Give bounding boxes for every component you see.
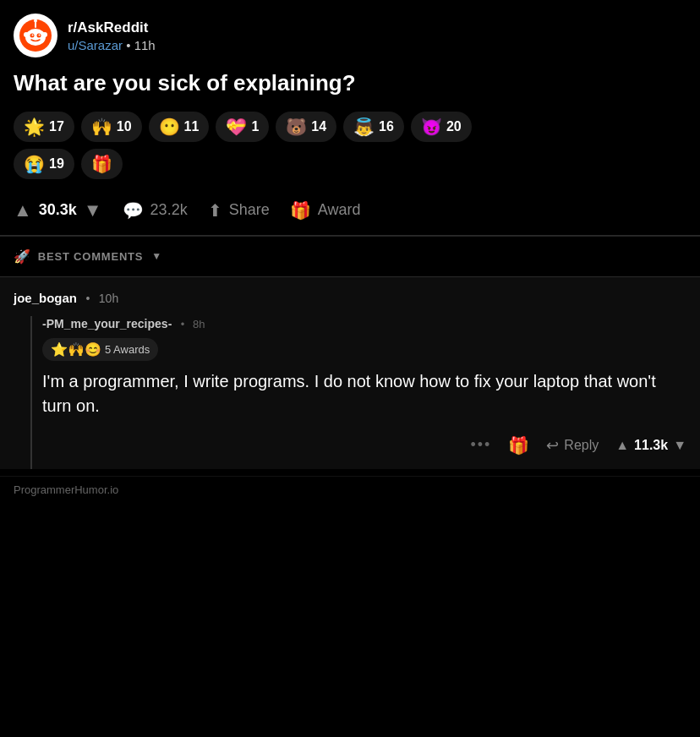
svg-point-5 (39, 35, 41, 36)
share-label: Share (229, 201, 270, 219)
nested-comment: -PM_me_your_recipes- • 8h ⭐🙌😊 5 Awards I… (30, 316, 686, 469)
comment-actions: ••• 🎁 ↩ Reply ▲ 11.3k ▼ (42, 429, 686, 469)
reddit-alien-svg (19, 19, 52, 52)
subreddit-name[interactable]: r/AskReddit (68, 19, 156, 36)
svg-point-4 (32, 35, 34, 36)
site-footer: ProgrammerHumor.io (0, 476, 700, 504)
post-container: r/AskReddit u/Sarazar • 11h What are you… (0, 0, 700, 235)
award-count-8: 19 (49, 156, 64, 172)
nested-separator: • (181, 318, 188, 330)
award-badge-4[interactable]: 💝 1 (216, 112, 269, 142)
nested-awards: ⭐🙌😊 5 Awards (42, 338, 686, 361)
award-emoji-2: 🙌 (91, 117, 112, 137)
reply-icon: ↩ (546, 436, 559, 455)
downvote-button[interactable]: ▼ (84, 199, 102, 221)
user-time: u/Sarazar • 11h (68, 38, 156, 52)
award-emoji-6: 👼 (353, 117, 375, 137)
award-count-4: 1 (251, 119, 259, 134)
award-button[interactable]: 🎁 Award (290, 200, 361, 221)
comment-downvote-button[interactable]: ▼ (673, 438, 686, 453)
nested-username[interactable]: -PM_me_your_recipes- (42, 317, 172, 330)
vote-section: ▲ 30.3k ▼ (14, 199, 102, 221)
nested-award-badge[interactable]: ⭐🙌😊 5 Awards (42, 338, 158, 361)
svg-point-7 (42, 32, 47, 37)
comment-award-button[interactable]: 🎁 (508, 435, 529, 456)
award-emoji-8: 😭 (24, 154, 45, 174)
best-comments-bar[interactable]: 🚀 BEST COMMENTS ▼ (0, 236, 700, 276)
award-count-5: 14 (311, 119, 326, 134)
svg-point-6 (24, 32, 29, 37)
top-level-comment: joe_bogan • 10h -PM_me_your_recipes- • 8… (14, 291, 686, 469)
award-emoji-1: 🌟 (24, 117, 45, 137)
award-count-7: 20 (446, 119, 462, 134)
nested-award-emojis: ⭐🙌😊 (51, 341, 101, 358)
comment-header: joe_bogan • 10h (14, 291, 686, 306)
awards-row-2: 😭 19 🎁 (14, 149, 686, 179)
reply-label: Reply (564, 438, 599, 453)
more-options-button[interactable]: ••• (470, 436, 491, 454)
nested-time: 8h (193, 318, 205, 330)
award-badge-6[interactable]: 👼 16 (343, 112, 404, 142)
comment-time-value: 10h (99, 292, 118, 305)
award-count-2: 10 (117, 119, 132, 134)
svg-point-9 (34, 19, 37, 23)
award-badge-8[interactable]: 😭 19 (14, 149, 74, 179)
best-comments-label: BEST COMMENTS (38, 250, 144, 263)
comment-vote-section: ▲ 11.3k ▼ (615, 438, 686, 453)
award-count-3: 11 (184, 119, 200, 134)
award-emoji-7: 😈 (421, 117, 442, 137)
post-time: 11h (134, 38, 156, 52)
post-title: What are you sick of explaining? (14, 69, 686, 98)
commenter-username[interactable]: joe_bogan (14, 291, 77, 305)
upvote-button[interactable]: ▲ (14, 199, 32, 221)
awards-row: 🌟 17 🙌 10 😶 11 💝 1 🐻 14 👼 16 😈 20 (14, 112, 686, 142)
action-bar: ▲ 30.3k ▼ 💬 23.2k ⬆ Share 🎁 Award (14, 186, 686, 235)
username-link[interactable]: u/Sarazar (68, 38, 123, 52)
comment-icon: 💬 (123, 200, 144, 221)
award-emoji-3: 😶 (159, 117, 180, 137)
site-name: ProgrammerHumor.io (14, 483, 118, 496)
award-badge-2[interactable]: 🙌 10 (81, 112, 142, 142)
award-badge-7[interactable]: 😈 20 (411, 112, 472, 142)
reply-button[interactable]: ↩ Reply (546, 436, 599, 455)
award-badge-9[interactable]: 🎁 (81, 149, 123, 179)
comment-upvote-button[interactable]: ▲ (615, 438, 629, 453)
comment-time: • (85, 292, 90, 305)
separator: • (126, 38, 134, 52)
subreddit-icon[interactable] (14, 14, 57, 57)
award-label: Award (318, 201, 361, 219)
award-emoji-4: 💝 (226, 117, 247, 137)
comments-button[interactable]: 💬 23.2k (123, 200, 188, 221)
share-icon: ⬆ (208, 200, 222, 221)
rocket-icon: 🚀 (14, 248, 31, 265)
svg-point-1 (25, 29, 46, 46)
award-badge-5[interactable]: 🐻 14 (276, 112, 336, 142)
award-icon: 🎁 (290, 200, 311, 221)
award-emoji-9: 🎁 (91, 154, 112, 174)
comments-section: joe_bogan • 10h -PM_me_your_recipes- • 8… (0, 277, 700, 469)
award-emoji-5: 🐻 (286, 117, 307, 137)
chevron-down-icon: ▼ (151, 250, 162, 262)
award-badge-1[interactable]: 🌟 17 (14, 112, 74, 142)
nested-awards-count: 5 Awards (105, 343, 150, 356)
upvote-count: 30.3k (39, 201, 77, 219)
award-count-6: 16 (379, 119, 394, 134)
nested-comment-header: -PM_me_your_recipes- • 8h (42, 316, 686, 331)
comment-body: I'm a programmer, I write programs. I do… (42, 369, 686, 418)
share-button[interactable]: ⬆ Share (208, 200, 270, 221)
post-header: r/AskReddit u/Sarazar • 11h (14, 14, 686, 57)
comment-upvote-count: 11.3k (634, 438, 668, 453)
award-count-1: 17 (49, 119, 64, 134)
post-meta: r/AskReddit u/Sarazar • 11h (68, 19, 156, 52)
award-badge-3[interactable]: 😶 11 (149, 112, 210, 142)
comment-count: 23.2k (150, 201, 188, 219)
gift-icon: 🎁 (508, 435, 529, 456)
